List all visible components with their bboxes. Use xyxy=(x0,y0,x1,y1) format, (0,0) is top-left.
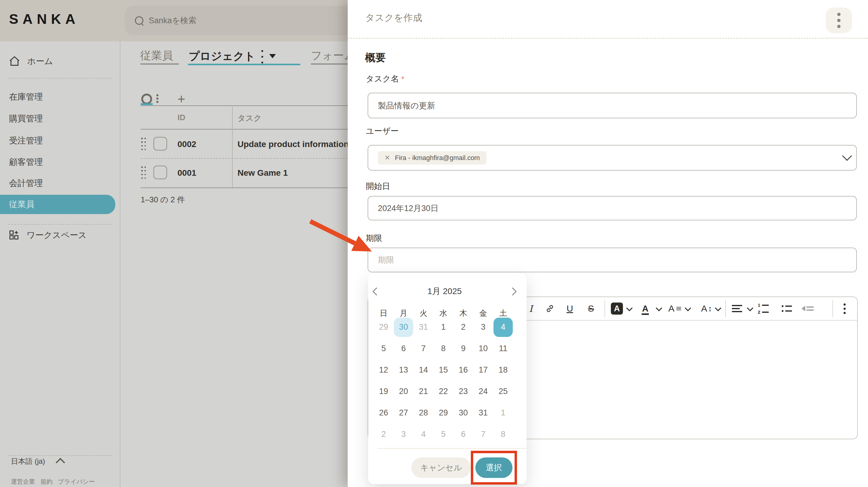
global-search-input[interactable]: Sankaを検索 xyxy=(125,6,378,35)
calendar-day[interactable]: 15 xyxy=(434,361,453,380)
due-date-input[interactable]: 期限 xyxy=(368,248,857,272)
calendar-day[interactable]: 30 xyxy=(454,403,473,423)
calendar-day[interactable]: 7 xyxy=(473,425,493,444)
sanka-logo[interactable]: SANKA xyxy=(9,11,80,27)
calendar-day[interactable]: 14 xyxy=(414,361,433,380)
sidebar-item-orders[interactable]: 受注管理 xyxy=(9,135,43,146)
next-month-icon[interactable] xyxy=(508,287,517,296)
calendar-day[interactable]: 17 xyxy=(473,361,493,380)
highlight-color-button[interactable]: A xyxy=(610,302,623,315)
bullet-list-button[interactable] xyxy=(780,302,794,315)
company-link[interactable]: 運営企業 xyxy=(11,478,35,486)
prev-month-icon[interactable] xyxy=(372,287,380,296)
privacy-link[interactable]: プライバシー xyxy=(58,478,95,486)
calendar-day[interactable]: 2 xyxy=(374,425,393,444)
strikethrough-button[interactable]: S xyxy=(585,302,597,315)
italic-button[interactable]: I xyxy=(526,302,535,315)
calendar-day[interactable]: 22 xyxy=(434,382,453,401)
language-selector[interactable]: 日本語 (ja) xyxy=(11,457,64,466)
view-icon[interactable] xyxy=(141,94,152,104)
underline-button[interactable]: U xyxy=(564,302,576,315)
align-button[interactable] xyxy=(731,302,744,315)
font-size-button[interactable]: A↕ xyxy=(698,302,715,315)
sidebar-item-home[interactable]: ホーム xyxy=(8,55,53,67)
calendar-day[interactable]: 10 xyxy=(473,339,493,358)
calendar-day[interactable]: 26 xyxy=(374,403,393,423)
calendar-day[interactable]: 23 xyxy=(454,382,473,401)
calendar-day[interactable]: 19 xyxy=(374,382,393,401)
sidebar-item-customers[interactable]: 顧客管理 xyxy=(9,156,43,168)
ordered-list-button[interactable]: 1 2 xyxy=(756,302,770,315)
link-button[interactable] xyxy=(543,302,557,315)
text-color-button[interactable]: A xyxy=(639,302,651,315)
start-date-input[interactable]: 2024年12月30日 xyxy=(368,196,857,220)
user-select[interactable]: ✕ Fira - ikmaghfira@gmail.com xyxy=(368,145,857,171)
cancel-button[interactable]: キャンセル xyxy=(411,457,471,478)
calendar-day[interactable]: 29 xyxy=(434,403,453,423)
font-family-button[interactable]: A xyxy=(668,302,684,315)
calendar-day[interactable]: 21 xyxy=(414,382,433,401)
calendar-day[interactable]: 3 xyxy=(394,425,413,444)
calendar-day[interactable]: 1 xyxy=(493,403,513,423)
toolbar-more-button[interactable] xyxy=(839,302,850,315)
sidebar-item-purchasing[interactable]: 購買管理 xyxy=(9,113,43,124)
calendar-day[interactable]: 24 xyxy=(473,382,493,401)
calendar-day[interactable]: 16 xyxy=(454,361,473,380)
calendar-day[interactable]: 31 xyxy=(473,403,493,423)
calendar-day[interactable]: 3 xyxy=(473,317,493,337)
calendar-day[interactable]: 8 xyxy=(434,339,453,358)
row-checkbox[interactable] xyxy=(153,165,167,179)
calendar-day[interactable]: 12 xyxy=(374,361,393,380)
column-header-id[interactable]: ID xyxy=(178,113,185,122)
chevron-down-icon[interactable] xyxy=(626,302,634,315)
row-drag-handle[interactable] xyxy=(141,166,146,180)
calendar-day[interactable]: 6 xyxy=(454,425,473,444)
calendar-day[interactable]: 7 xyxy=(414,339,433,358)
terms-link[interactable]: 規約 xyxy=(40,478,53,486)
calendar-day[interactable]: 28 xyxy=(414,403,433,423)
user-chip[interactable]: ✕ Fira - ikmaghfira@gmail.com xyxy=(378,151,487,164)
cell-task[interactable]: New Game 1 xyxy=(238,168,288,178)
drawer-menu-button[interactable] xyxy=(826,7,852,33)
tab-options-icon[interactable] xyxy=(261,49,263,65)
chevron-down-icon[interactable] xyxy=(269,54,276,58)
row-drag-handle[interactable] xyxy=(141,138,146,151)
chevron-down-icon[interactable] xyxy=(715,302,722,315)
cell-id[interactable]: 0002 xyxy=(178,140,196,149)
task-name-input[interactable]: 製品情報の更新 xyxy=(368,93,857,118)
column-header-task[interactable]: タスク xyxy=(238,113,262,123)
calendar-day[interactable]: 18 xyxy=(493,361,513,380)
calendar-day[interactable]: 5 xyxy=(374,339,393,358)
calendar-day[interactable]: 31 xyxy=(414,317,433,337)
row-checkbox[interactable] xyxy=(153,137,167,151)
calendar-day[interactable]: 4 xyxy=(414,425,433,444)
calendar-day[interactable]: 30 xyxy=(394,317,413,337)
cell-id[interactable]: 0001 xyxy=(178,168,196,178)
calendar-day[interactable]: 2 xyxy=(454,317,473,337)
chevron-down-icon[interactable] xyxy=(747,302,754,315)
calendar-day[interactable]: 4 xyxy=(493,317,513,337)
chevron-down-icon[interactable] xyxy=(655,302,663,315)
calendar-day[interactable]: 1 xyxy=(434,317,453,337)
calendar-day[interactable]: 20 xyxy=(394,382,413,401)
sidebar-item-workspace[interactable]: ワークスペース xyxy=(8,230,87,241)
calendar-day[interactable]: 6 xyxy=(394,339,413,358)
sidebar-item-employees-active[interactable]: 従業員 xyxy=(0,195,115,214)
cell-task[interactable]: Update product information xyxy=(238,140,349,149)
tab-projects-active[interactable]: プロジェクト xyxy=(189,48,276,65)
view-menu-icon[interactable] xyxy=(156,93,158,104)
sidebar-item-inventory[interactable]: 在庫管理 xyxy=(9,91,43,103)
calendar-day[interactable]: 11 xyxy=(493,339,513,358)
calendar-day[interactable]: 29 xyxy=(374,317,393,337)
calendar-day[interactable]: 8 xyxy=(493,425,513,444)
calendar-day[interactable]: 5 xyxy=(434,425,453,444)
sidebar-item-accounting[interactable]: 会計管理 xyxy=(9,178,43,189)
calendar-day[interactable]: 25 xyxy=(493,382,513,401)
chip-remove-icon[interactable]: ✕ xyxy=(384,154,390,162)
chevron-down-icon[interactable] xyxy=(684,302,692,315)
calendar-day[interactable]: 9 xyxy=(454,339,473,358)
outdent-button[interactable] xyxy=(800,302,815,315)
add-view-button[interactable]: + xyxy=(178,91,185,106)
tab-employees[interactable]: 従業員 xyxy=(140,48,173,63)
calendar-day[interactable]: 13 xyxy=(394,361,413,380)
